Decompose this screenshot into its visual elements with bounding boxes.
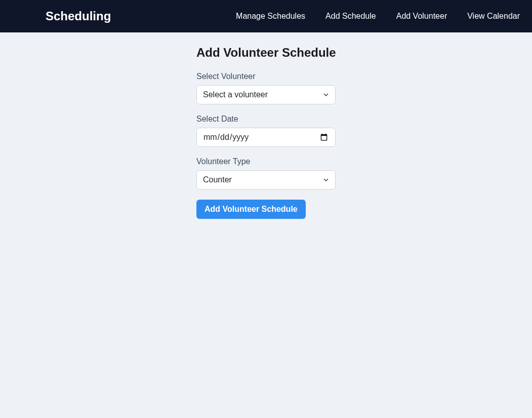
volunteer-select[interactable]: Select a volunteer	[196, 85, 336, 104]
form-group-volunteer: Select Volunteer Select a volunteer	[196, 72, 336, 104]
nav-link-add-volunteer[interactable]: Add Volunteer	[396, 12, 447, 21]
nav-link-add-schedule[interactable]: Add Schedule	[325, 12, 376, 21]
date-label: Select Date	[196, 115, 336, 124]
type-label: Volunteer Type	[196, 157, 336, 166]
date-input[interactable]	[196, 128, 336, 147]
form-group-type: Volunteer Type Counter	[196, 157, 336, 189]
type-select[interactable]: Counter	[196, 170, 336, 189]
navbar-brand[interactable]: Scheduling	[46, 9, 111, 23]
form-group-date: Select Date	[196, 115, 336, 147]
page-title: Add Volunteer Schedule	[196, 46, 336, 60]
nav-link-view-calendar[interactable]: View Calendar	[467, 12, 520, 21]
main-content: Add Volunteer Schedule Select Volunteer …	[0, 32, 532, 219]
navbar: Scheduling Manage Schedules Add Schedule…	[0, 0, 532, 32]
volunteer-label: Select Volunteer	[196, 72, 336, 81]
navbar-links: Manage Schedules Add Schedule Add Volunt…	[236, 12, 520, 21]
nav-link-manage-schedules[interactable]: Manage Schedules	[236, 12, 305, 21]
submit-button[interactable]: Add Volunteer Schedule	[196, 200, 306, 219]
form-container: Add Volunteer Schedule Select Volunteer …	[196, 46, 336, 219]
